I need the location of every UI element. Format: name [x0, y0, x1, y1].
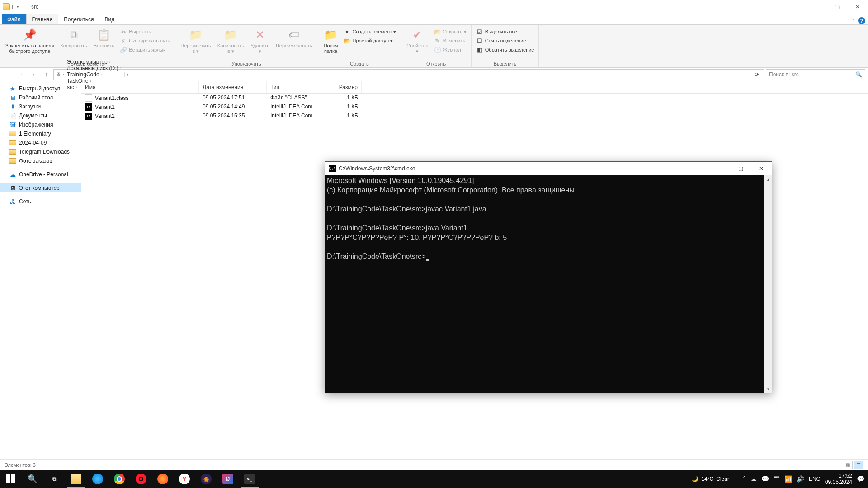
copypath-button[interactable]: ⎘Скопировать путь — [118, 37, 172, 45]
pin-button[interactable]: 📌Закрепить на панели быстрого доступа — [3, 27, 57, 55]
qat-icon[interactable]: ▯ — [12, 4, 15, 10]
selectall-button[interactable]: ☑Выделить все — [474, 28, 536, 36]
battery-icon[interactable]: 🗔 — [774, 475, 780, 483]
opera-taskbtn[interactable]: O — [130, 470, 152, 488]
scroll-track[interactable] — [764, 183, 772, 385]
language-indicator[interactable]: ENG — [809, 476, 821, 482]
file-row[interactable]: IJVariant209.05.2024 15:35IntelliJ IDEA … — [81, 112, 868, 121]
yandex-taskbtn[interactable]: Y — [174, 470, 195, 488]
nav-desktop[interactable]: 🖥Рабочий стол — [0, 93, 81, 102]
properties-button[interactable]: ✔Свойства ▾ — [404, 27, 431, 55]
search-input[interactable]: Поиск в: src 🔍 — [766, 69, 865, 80]
rename-button[interactable]: 🏷Переименовать — [273, 27, 315, 49]
file-row[interactable]: Variant1.class09.05.2024 17:51Файл "CLAS… — [81, 94, 868, 103]
easyaccess-button[interactable]: 📂Простой доступ ▾ — [342, 37, 398, 45]
newfolder-button[interactable]: 📁Новая папка — [321, 27, 341, 55]
scroll-up-icon[interactable]: ▴ — [764, 175, 772, 183]
cmd-titlebar[interactable]: C:\ C:\Windows\System32\cmd.exe — ▢ ✕ — [325, 162, 772, 175]
cmd-scrollbar[interactable]: ▴ ▾ — [764, 175, 772, 393]
cmd-terminal[interactable]: Microsoft Windows [Version 10.0.19045.42… — [325, 175, 772, 393]
up-button[interactable]: ↑ — [41, 69, 52, 80]
firefox-taskbtn[interactable] — [152, 470, 174, 488]
selectnone-button[interactable]: ☐Снять выделение — [474, 37, 536, 45]
paste-button[interactable]: 📋Вставить — [91, 27, 118, 49]
cursor — [426, 259, 429, 261]
cmd-close[interactable]: ✕ — [751, 162, 772, 175]
explorer-taskbtn[interactable] — [65, 470, 87, 488]
selectinvert-button[interactable]: ◧Обратить выделение — [474, 46, 536, 54]
onedrive-tray-icon[interactable]: ☁ — [750, 475, 757, 483]
cmd-taskbtn[interactable]: >_ — [239, 470, 260, 488]
minimize-button[interactable]: — — [806, 0, 826, 14]
breadcrumb[interactable]: 🖥› Этот компьютер›Локальный диск (D:)›Tr… — [53, 69, 764, 80]
refresh-button[interactable]: ⟳ — [752, 71, 762, 78]
breadcrumb-seg[interactable]: TrainingCode› — [66, 71, 123, 78]
forward-button[interactable]: → — [15, 69, 26, 80]
ribbon-tabs: Файл Главная Поделиться Вид ˄ ? — [0, 14, 868, 24]
taskview-button[interactable]: ⧉ — [43, 470, 65, 488]
nav-quick-access[interactable]: ★Быстрый доступ — [0, 84, 81, 93]
pastelnk-button[interactable]: 🔗Вставить ярлык — [118, 46, 172, 54]
nav-onedrive[interactable]: ☁OneDrive - Personal — [0, 170, 81, 179]
volume-icon[interactable]: 🔊 — [797, 475, 804, 483]
file-row[interactable]: IJVariant109.05.2024 14:49IntelliJ IDEA … — [81, 103, 868, 112]
clock[interactable]: 17:52 09.05.2024 — [825, 473, 852, 486]
meet-tray-icon[interactable]: 💬 — [761, 475, 769, 483]
clock-time: 17:52 — [825, 473, 852, 479]
help-icon[interactable]: ? — [858, 17, 865, 24]
nav-network[interactable]: 🖧Сеть — [0, 197, 81, 206]
cut-button[interactable]: ✂Вырезать — [118, 28, 172, 36]
edge-taskbtn[interactable] — [87, 470, 108, 488]
col-date[interactable]: Дата изменения — [199, 81, 267, 93]
move-button[interactable]: 📁Переместить в ▾ — [178, 27, 213, 55]
nav-folder[interactable]: 1 Elementary — [0, 129, 81, 138]
group-label: Упорядочить — [178, 60, 315, 66]
nav-folder[interactable]: 2024-04-09 — [0, 138, 81, 147]
tab-home[interactable]: Главная — [26, 14, 59, 24]
nav-thispc[interactable]: 🖥Этот компьютер — [0, 183, 81, 192]
tab-share[interactable]: Поделиться — [58, 14, 99, 24]
col-name[interactable]: Имя — [81, 81, 199, 93]
breadcrumb-seg[interactable]: Этот компьютер› — [66, 59, 123, 65]
recent-button[interactable]: ▾ — [28, 69, 39, 80]
delete-button[interactable]: ✕Удалить ▾ — [248, 27, 272, 55]
weather-widget[interactable]: 🌙 14°C Clear — [692, 476, 729, 482]
nav-folder[interactable]: Фото заказов — [0, 156, 81, 165]
notifications-icon[interactable]: 💬 — [857, 475, 864, 483]
scroll-down-icon[interactable]: ▾ — [764, 385, 772, 393]
tray-overflow-icon[interactable]: ˄ — [743, 475, 746, 483]
newitem-button[interactable]: ✦Создать элемент ▾ — [342, 28, 398, 36]
breadcrumb-seg[interactable]: Локальный диск (D:)› — [66, 65, 123, 71]
ribbon-collapse-icon[interactable]: ˄ — [852, 19, 854, 23]
edit-button[interactable]: ✎Изменить — [432, 37, 468, 45]
cmd-window[interactable]: C:\ C:\Windows\System32\cmd.exe — ▢ ✕ Mi… — [325, 161, 772, 393]
back-button[interactable]: ← — [3, 69, 14, 80]
nav-downloads[interactable]: ⬇Загрузки — [0, 102, 81, 111]
intellij-taskbtn[interactable]: IJ — [217, 470, 239, 488]
chrome-taskbtn[interactable] — [108, 470, 130, 488]
eclipse-taskbtn[interactable]: ◉ — [195, 470, 217, 488]
view-large-icons[interactable]: ▦ — [843, 461, 853, 469]
col-size[interactable]: Размер — [326, 81, 362, 93]
cmd-maximize[interactable]: ▢ — [730, 162, 751, 175]
maximize-button[interactable]: ▢ — [826, 0, 847, 14]
copyto-button[interactable]: 📁Копировать в ▾ — [215, 27, 247, 55]
pc-icon: 🖥 — [9, 184, 16, 192]
nav-folder[interactable]: Telegram Downloads — [0, 147, 81, 156]
open-button[interactable]: 📂Открыть ▾ — [432, 28, 468, 36]
close-button[interactable]: ✕ — [847, 0, 868, 14]
nav-documents[interactable]: 📄Документы — [0, 111, 81, 120]
wifi-icon[interactable]: 📶 — [784, 475, 792, 483]
breadcrumb-dropdown[interactable]: ▾ — [124, 72, 131, 77]
view-details[interactable]: ☰ — [854, 461, 863, 469]
copy-button[interactable]: ⧉Копировать — [57, 27, 90, 49]
start-button[interactable] — [0, 470, 22, 488]
col-type[interactable]: Тип — [267, 81, 326, 93]
nav-pictures[interactable]: 🖼Изображения — [0, 120, 81, 129]
history-button[interactable]: 🕑Журнал — [432, 46, 468, 54]
tab-view[interactable]: Вид — [99, 14, 120, 24]
qat-dropdown-icon[interactable]: ▾ — [17, 5, 19, 9]
search-button[interactable]: 🔍 — [22, 470, 43, 488]
cmd-minimize[interactable]: — — [709, 162, 730, 175]
tab-file[interactable]: Файл — [2, 14, 26, 24]
